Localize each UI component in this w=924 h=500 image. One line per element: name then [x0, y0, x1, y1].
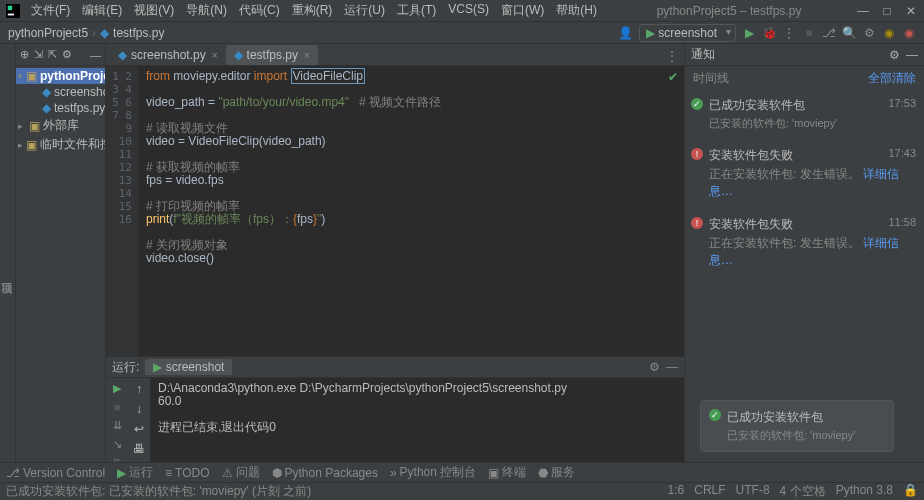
notif-title: 通知 [691, 46, 715, 63]
error-badge-icon: ! [691, 217, 703, 229]
git-branch-icon[interactable]: ⎇ [822, 26, 836, 40]
app-logo-icon [6, 4, 20, 18]
menu-file[interactable]: 文件(F) [26, 0, 75, 21]
notif-hide-icon[interactable]: ― [906, 48, 918, 62]
exit-icon[interactable]: ↘ [113, 438, 122, 451]
menu-edit[interactable]: 编辑(E) [77, 0, 127, 21]
notif-item[interactable]: ! 安装软件包失败 正在安装软件包: 发生错误。 详细信息… 17:43 [685, 141, 924, 210]
tree-file-screenshot[interactable]: ◆screenshot.py [16, 84, 105, 100]
up-icon[interactable]: ↑ [136, 382, 142, 396]
left-stripe[interactable]: 项目 [0, 44, 16, 462]
down-icon[interactable]: ↓ [136, 402, 142, 416]
maximize-icon[interactable]: □ [880, 4, 894, 18]
crumb-project[interactable]: pythonProject5 [8, 26, 88, 40]
interpreter[interactable]: Python 3.8 [836, 483, 893, 500]
tree-scratches[interactable]: ▸▣临时文件和控制台 [16, 135, 105, 154]
tool-vcs[interactable]: ⎇ Version Control [6, 466, 105, 480]
main-menu[interactable]: 文件(F) 编辑(E) 视图(V) 导航(N) 代码(C) 重构(R) 运行(U… [26, 0, 602, 21]
run-icon[interactable]: ▶ [742, 26, 756, 40]
chevron-right-icon: › [92, 26, 96, 40]
svg-rect-1 [8, 5, 12, 9]
crumb-file[interactable]: testfps.py [113, 26, 164, 40]
tab-testfps[interactable]: ◆testfps.py× [226, 45, 318, 65]
notification-icon[interactable]: ◉ [902, 26, 916, 40]
tool-terminal[interactable]: ▣ 终端 [488, 464, 526, 481]
stop-icon[interactable]: ■ [802, 26, 816, 40]
indent[interactable]: 4 个空格 [780, 483, 826, 500]
settings-icon[interactable]: ⚙ [862, 26, 876, 40]
project-tree[interactable]: ▾▣pythonProject5 ◆screenshot.py ◆testfps… [16, 66, 105, 462]
target-icon[interactable]: ⊕ [20, 48, 29, 61]
line-separator[interactable]: CRLF [694, 483, 725, 500]
close-tab-icon[interactable]: × [304, 50, 310, 61]
run-gear-icon[interactable]: ⚙ [649, 360, 660, 374]
success-badge-icon: ✓ [709, 409, 721, 421]
run-config-tab[interactable]: ▶ screenshot [145, 359, 232, 375]
toast-notification[interactable]: ✓ 已成功安装软件包 已安装的软件包: 'moviepy' [700, 400, 894, 452]
minimize-icon[interactable]: ― [856, 4, 870, 18]
expand-icon[interactable]: ⇲ [34, 48, 43, 61]
tree-root[interactable]: ▾▣pythonProject5 [16, 68, 105, 84]
lock-icon[interactable]: 🔒 [903, 483, 918, 500]
menu-run[interactable]: 运行(U) [339, 0, 390, 21]
clear-all-link[interactable]: 全部清除 [868, 70, 916, 87]
menu-nav[interactable]: 导航(N) [181, 0, 232, 21]
editor-tabs: ◆screenshot.py× ◆testfps.py× ⋮ [106, 44, 684, 66]
gear-icon[interactable]: ⚙ [62, 48, 72, 61]
tool-run[interactable]: ▶ 运行 [117, 464, 153, 481]
status-message: 已成功安装软件包: 已安装的软件包: 'moviepy' (片刻 之前) [6, 483, 311, 500]
bottom-tools-bar: ⎇ Version Control ▶ 运行 ≡ TODO ⚠ 问题 ⬢ Pyt… [0, 462, 924, 482]
debug-icon[interactable]: 🐞 [762, 26, 776, 40]
tree-external-libs[interactable]: ▸▣外部库 [16, 116, 105, 135]
tool-python-packages[interactable]: ⬢ Python Packages [272, 466, 378, 480]
code-editor[interactable]: ✔ 1 2 3 4 5 6 7 8 9 10 11 12 13 14 15 16… [106, 66, 684, 356]
collapse-icon[interactable]: ⇱ [48, 48, 57, 61]
tree-file-testfps[interactable]: ◆testfps.py [16, 100, 105, 116]
editor-menu-icon[interactable]: ⋮ [660, 47, 684, 65]
hide-icon[interactable]: ― [90, 49, 101, 61]
layout-icon[interactable]: ⇊ [113, 419, 122, 432]
project-tool-window: ⊕ ⇲ ⇱ ⚙ ― ▾▣pythonProject5 ◆screenshot.p… [16, 44, 106, 462]
menu-window[interactable]: 窗口(W) [496, 0, 549, 21]
stop-run-icon[interactable]: ■ [114, 401, 121, 413]
search-icon[interactable]: 🔍 [842, 26, 856, 40]
run-tool-window: ▶ ■ ⇊ ↘ ⎘ ↑ ↓ ↩ 🖶 🗑 D:\Anaconda3\python.… [106, 378, 684, 462]
more-run-icon[interactable]: ⋮ [782, 26, 796, 40]
menu-code[interactable]: 代码(C) [234, 0, 285, 21]
print-icon[interactable]: 🖶 [133, 442, 145, 456]
notif-item[interactable]: ! 安装软件包失败 正在安装软件包: 发生错误。 详细信息… 11:58 [685, 210, 924, 279]
titlebar: 文件(F) 编辑(E) 视图(V) 导航(N) 代码(C) 重构(R) 运行(U… [0, 0, 924, 22]
gutter: 1 2 3 4 5 6 7 8 9 10 11 12 13 14 15 16 [106, 66, 138, 356]
python-file-icon: ◆ [100, 26, 109, 40]
menu-refactor[interactable]: 重构(R) [287, 0, 338, 21]
navbar: pythonProject5 › ◆ testfps.py 👤 ▶ screen… [0, 22, 924, 44]
caret-position[interactable]: 1:6 [668, 483, 685, 500]
tool-services[interactable]: ⬣ 服务 [538, 464, 575, 481]
window-title: pythonProject5 – testfps.py [602, 4, 856, 18]
wrap-icon[interactable]: ↩ [134, 422, 144, 436]
menu-view[interactable]: 视图(V) [129, 0, 179, 21]
notif-gear-icon[interactable]: ⚙ [889, 48, 900, 62]
user-icon[interactable]: 👤 [619, 26, 633, 40]
close-icon[interactable]: ✕ [904, 4, 918, 18]
ide-update-icon[interactable]: ◉ [882, 26, 896, 40]
tool-todo[interactable]: ≡ TODO [165, 466, 209, 480]
code-area[interactable]: from moviepy.editor import VideoFileClip… [138, 66, 684, 356]
close-tab-icon[interactable]: × [212, 50, 218, 61]
run-hide-icon[interactable]: ― [666, 360, 678, 374]
inspection-ok-icon[interactable]: ✔ [668, 70, 678, 84]
encoding[interactable]: UTF-8 [736, 483, 770, 500]
success-badge-icon: ✓ [691, 98, 703, 110]
console-output[interactable]: D:\Anaconda3\python.exe D:\PycharmProjec… [150, 378, 684, 462]
rerun-icon[interactable]: ▶ [113, 382, 121, 395]
menu-vcs[interactable]: VCS(S) [443, 0, 494, 21]
error-badge-icon: ! [691, 148, 703, 160]
notif-item[interactable]: ✓ 已成功安装软件包 已安装的软件包: 'moviepy' 17:53 [685, 91, 924, 141]
tool-python-console[interactable]: » Python 控制台 [390, 464, 476, 481]
tool-problems[interactable]: ⚠ 问题 [222, 464, 260, 481]
breadcrumb[interactable]: pythonProject5 › ◆ testfps.py [8, 26, 619, 40]
menu-help[interactable]: 帮助(H) [551, 0, 602, 21]
run-config-dropdown[interactable]: ▶ screenshot [639, 24, 736, 42]
menu-tools[interactable]: 工具(T) [392, 0, 441, 21]
tab-screenshot[interactable]: ◆screenshot.py× [110, 45, 226, 65]
